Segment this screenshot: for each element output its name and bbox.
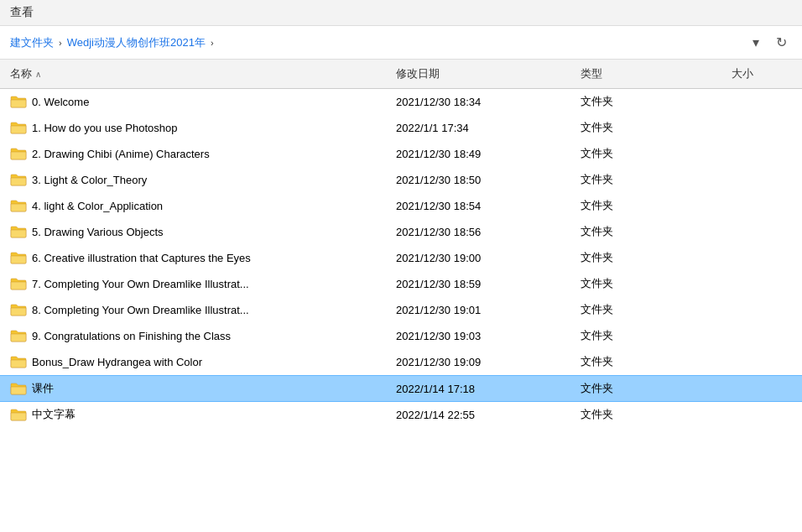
file-date-cell: 2021/12/30 18:34	[386, 91, 570, 112]
file-date-cell: 2021/12/30 19:09	[386, 351, 570, 373]
file-size-cell	[721, 169, 802, 190]
column-header: 名称 ∧ 修改日期 类型 大小	[0, 60, 802, 89]
table-row[interactable]: 0. Welcome 2021/12/30 18:34 文件夹	[0, 89, 802, 115]
file-name-cell: 5. Drawing Various Objects	[0, 221, 386, 243]
table-row[interactable]: 9. Congratulations on Finishing the Clas…	[0, 323, 802, 349]
file-type-cell: 文件夹	[570, 404, 721, 425]
file-date-cell: 2021/12/30 19:00	[386, 247, 570, 269]
col-date-label: 修改日期	[396, 66, 440, 81]
table-row[interactable]: 中文字幕 2022/1/14 22:55 文件夹	[0, 402, 802, 428]
file-size-cell	[721, 221, 802, 243]
file-type: 文件夹	[581, 276, 613, 291]
table-row[interactable]: 4. light & Color_Application 2021/12/30 …	[0, 193, 802, 219]
file-date-cell: 2021/12/30 18:56	[386, 221, 570, 243]
file-type: 文件夹	[581, 302, 613, 317]
col-name[interactable]: 名称 ∧	[0, 63, 386, 85]
file-type-cell: 文件夹	[570, 91, 721, 112]
file-type: 文件夹	[581, 407, 613, 422]
file-date-cell: 2022/1/1 17:34	[386, 117, 570, 138]
folder-icon	[10, 355, 27, 368]
top-bar-label: 查看	[10, 5, 34, 18]
breadcrumb-root[interactable]: 建文件夹	[10, 35, 54, 50]
col-date[interactable]: 修改日期	[386, 63, 570, 85]
file-type-cell: 文件夹	[570, 117, 721, 138]
file-date: 2022/1/14 22:55	[396, 409, 475, 421]
file-name-cell: 7. Completing Your Own Dreamlike Illustr…	[0, 273, 386, 295]
file-size-cell	[721, 325, 802, 347]
file-type: 文件夹	[581, 354, 613, 369]
col-name-sort-icon: ∧	[35, 70, 41, 79]
file-name-cell: 1. How do you use Photoshop	[0, 117, 386, 138]
table-row[interactable]: 1. How do you use Photoshop 2022/1/1 17:…	[0, 115, 802, 141]
file-type: 文件夹	[581, 328, 613, 343]
folder-icon	[10, 251, 27, 264]
file-name: Bonus_Draw Hydrangea with Color	[32, 356, 202, 368]
file-size-cell	[721, 273, 802, 295]
file-type: 文件夹	[581, 94, 613, 109]
breadcrumb-sep-1: ›	[59, 38, 62, 48]
file-size-cell	[721, 91, 802, 112]
file-name-cell: 8. Completing Your Own Dreamlike Illustr…	[0, 299, 386, 321]
folder-icon	[10, 121, 27, 134]
file-date-cell: 2021/12/30 19:01	[386, 299, 570, 321]
table-row[interactable]: Bonus_Draw Hydrangea with Color 2021/12/…	[0, 349, 802, 375]
table-row[interactable]: 7. Completing Your Own Dreamlike Illustr…	[0, 271, 802, 297]
file-size-cell	[721, 195, 802, 216]
table-row[interactable]: 课件 2022/1/14 17:18 文件夹	[0, 375, 802, 402]
file-name: 0. Welcome	[32, 96, 89, 108]
table-row[interactable]: 6. Creative illustration that Captures t…	[0, 245, 802, 271]
file-size-cell	[721, 378, 802, 399]
file-list: 0. Welcome 2021/12/30 18:34 文件夹 1. How d…	[0, 89, 802, 525]
file-date: 2021/12/30 18:54	[396, 200, 481, 212]
breadcrumb-controls: ▾ ↻	[747, 33, 792, 52]
breadcrumb-current[interactable]: Wedji动漫人物创作班2021年	[67, 35, 206, 50]
folder-icon	[10, 95, 27, 108]
folder-icon	[10, 173, 27, 186]
file-name: 3. Light & Color_Theory	[32, 174, 147, 186]
file-date-cell: 2021/12/30 19:03	[386, 325, 570, 347]
file-type: 文件夹	[581, 381, 613, 396]
table-row[interactable]: 2. Drawing Chibi (Anime) Characters 2021…	[0, 141, 802, 167]
breadcrumb-refresh-btn[interactable]: ↻	[771, 33, 792, 52]
file-date-cell: 2021/12/30 18:54	[386, 195, 570, 216]
file-type-cell: 文件夹	[570, 169, 721, 190]
table-row[interactable]: 3. Light & Color_Theory 2021/12/30 18:50…	[0, 167, 802, 193]
table-row[interactable]: 5. Drawing Various Objects 2021/12/30 18…	[0, 219, 802, 245]
file-date: 2022/1/1 17:34	[396, 122, 469, 134]
file-name: 6. Creative illustration that Captures t…	[32, 252, 251, 264]
file-type: 文件夹	[581, 198, 613, 213]
folder-icon	[10, 329, 27, 342]
file-date: 2021/12/30 18:49	[396, 148, 481, 160]
file-size-cell	[721, 143, 802, 164]
file-date-cell: 2021/12/30 18:49	[386, 143, 570, 164]
file-type-cell: 文件夹	[570, 299, 721, 321]
col-type[interactable]: 类型	[570, 63, 721, 85]
file-name-cell: 中文字幕	[0, 404, 386, 425]
folder-icon	[10, 225, 27, 238]
file-date: 2021/12/30 19:09	[396, 356, 481, 368]
file-type-cell: 文件夹	[570, 351, 721, 373]
file-name: 课件	[32, 381, 54, 396]
breadcrumb-dropdown-btn[interactable]: ▾	[747, 33, 764, 52]
file-size-cell	[721, 117, 802, 138]
col-type-label: 类型	[581, 66, 602, 81]
folder-icon	[10, 277, 27, 290]
table-row[interactable]: 8. Completing Your Own Dreamlike Illustr…	[0, 297, 802, 323]
file-type-cell: 文件夹	[570, 247, 721, 269]
file-date: 2021/12/30 19:01	[396, 304, 481, 316]
file-size-cell	[721, 404, 802, 425]
file-name-cell: 课件	[0, 378, 386, 399]
top-bar: 查看	[0, 0, 802, 26]
file-size-cell	[721, 351, 802, 373]
file-name-cell: 2. Drawing Chibi (Anime) Characters	[0, 143, 386, 164]
file-name: 9. Congratulations on Finishing the Clas…	[32, 330, 231, 342]
file-date: 2021/12/30 18:59	[396, 278, 481, 290]
file-type-cell: 文件夹	[570, 143, 721, 164]
folder-icon	[10, 408, 27, 421]
file-date: 2021/12/30 18:50	[396, 174, 481, 186]
file-name-cell: 9. Congratulations on Finishing the Clas…	[0, 325, 386, 347]
col-size[interactable]: 大小	[721, 63, 802, 85]
col-size-label: 大小	[732, 66, 753, 81]
file-date: 2021/12/30 19:03	[396, 330, 481, 342]
file-date: 2022/1/14 17:18	[396, 383, 475, 395]
